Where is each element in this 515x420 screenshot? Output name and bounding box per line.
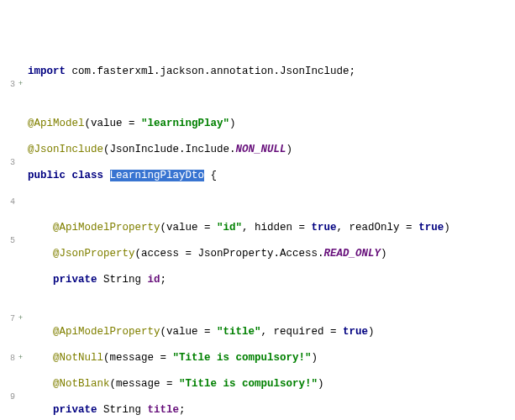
fold-mark[interactable]: + — [17, 78, 24, 92]
annotation: @NotNull — [28, 352, 103, 364]
fold-mark — [17, 156, 24, 170]
code-line[interactable]: @JsonInclude(JsonInclude.Include.NON_NUL… — [28, 144, 515, 157]
text: ) — [444, 222, 450, 234]
annotation: @NotBlank — [28, 378, 110, 390]
text: (JsonInclude.Include. — [103, 144, 236, 155]
line-number: 5 — [0, 234, 15, 248]
keyword: true — [312, 222, 337, 234]
text: { — [204, 170, 217, 181]
string: "Title is compulsory!" — [173, 352, 312, 364]
code-area[interactable]: import com.fasterxml.jackson.annotation.… — [24, 52, 515, 420]
text: (access = JsonProperty.Access. — [135, 248, 324, 260]
string: "Title is compulsory!" — [179, 378, 318, 390]
fold-mark — [17, 196, 24, 209]
keyword: private — [28, 274, 103, 286]
type: String — [103, 404, 148, 416]
text: , required = — [261, 326, 344, 338]
text: ; — [179, 404, 186, 416]
fold-mark — [17, 118, 24, 131]
fold-mark[interactable]: + — [17, 352, 24, 365]
text: ) — [229, 118, 236, 129]
constant: NON_NULL — [236, 144, 286, 155]
text: ) — [312, 352, 318, 364]
annotation: @ApiModelProperty — [28, 326, 160, 338]
text: (value = — [160, 222, 218, 234]
code-line[interactable]: @ApiModelProperty(value = "id", hidden =… — [28, 222, 515, 235]
constant: READ_ONLY — [324, 248, 381, 260]
code-line[interactable] — [28, 300, 515, 313]
code-line[interactable] — [28, 92, 515, 105]
keyword: true — [418, 222, 444, 234]
string: "learningPlay" — [141, 118, 229, 129]
code-line[interactable]: @ApiModelProperty(value = "title", requi… — [28, 326, 515, 339]
keyword: true — [343, 326, 368, 338]
line-number: 3 — [0, 156, 15, 170]
text: (value = — [85, 118, 142, 129]
annotation: @ApiModelProperty — [28, 222, 160, 234]
line-number: 3 — [0, 78, 15, 92]
fold-gutter: + + + + + + + + + + + + — [17, 52, 24, 420]
fold-mark — [17, 391, 24, 404]
string: "title" — [217, 326, 261, 338]
field: title — [148, 404, 180, 416]
line-number: 8 — [0, 352, 15, 365]
fold-mark[interactable]: + — [17, 312, 24, 326]
keyword: public class — [28, 170, 110, 181]
code-line[interactable]: import com.fasterxml.jackson.annotation.… — [28, 66, 515, 79]
code-line[interactable]: @JsonProperty(access = JsonProperty.Acce… — [28, 248, 515, 261]
text: (message = — [103, 352, 173, 364]
text: , readOnly = — [337, 222, 419, 234]
field: id — [148, 274, 160, 286]
text: ) — [381, 248, 387, 260]
line-number-gutter: 3 3 4 5 7 8 9 1 2 3 4 6 7 9 0 1 3 4 5 7 … — [0, 52, 17, 420]
code-line[interactable] — [28, 196, 515, 209]
type: String — [103, 274, 148, 286]
fold-mark — [17, 274, 24, 287]
code-line[interactable]: @ApiModel(value = "learningPlay") — [28, 118, 515, 131]
selected-class-name: LearningPlayDto — [110, 170, 205, 181]
code-line[interactable]: private String title; — [28, 404, 515, 417]
line-number: 9 — [0, 391, 15, 404]
text: ; — [160, 274, 167, 286]
annotation: @ApiModel — [28, 118, 85, 129]
code-line[interactable]: public class LearningPlayDto { — [28, 170, 515, 183]
code-line[interactable]: private String id; — [28, 274, 515, 287]
code-editor[interactable]: 3 3 4 5 7 8 9 1 2 3 4 6 7 9 0 1 3 4 5 7 … — [0, 52, 515, 420]
annotation: @JsonProperty — [28, 248, 135, 260]
line-number — [0, 118, 15, 131]
annotation: @JsonInclude — [28, 144, 103, 155]
line-number: 4 — [0, 196, 15, 209]
keyword: private — [28, 404, 103, 416]
string: "id" — [217, 222, 242, 234]
package: com.fasterxml.jackson.annotation.JsonInc… — [66, 66, 355, 77]
text: (message = — [110, 378, 180, 390]
code-line[interactable]: @NotNull(message = "Title is compulsory!… — [28, 352, 515, 365]
text: ) — [368, 326, 375, 338]
text: (value = — [160, 326, 218, 338]
line-number: 7 — [0, 312, 15, 326]
line-number — [0, 274, 15, 287]
keyword: import — [28, 66, 66, 77]
code-line[interactable]: @NotBlank(message = "Title is compulsory… — [28, 378, 515, 391]
text: ) — [318, 378, 324, 390]
text: , hidden = — [242, 222, 312, 234]
fold-mark — [17, 234, 24, 248]
text: ) — [286, 144, 293, 155]
